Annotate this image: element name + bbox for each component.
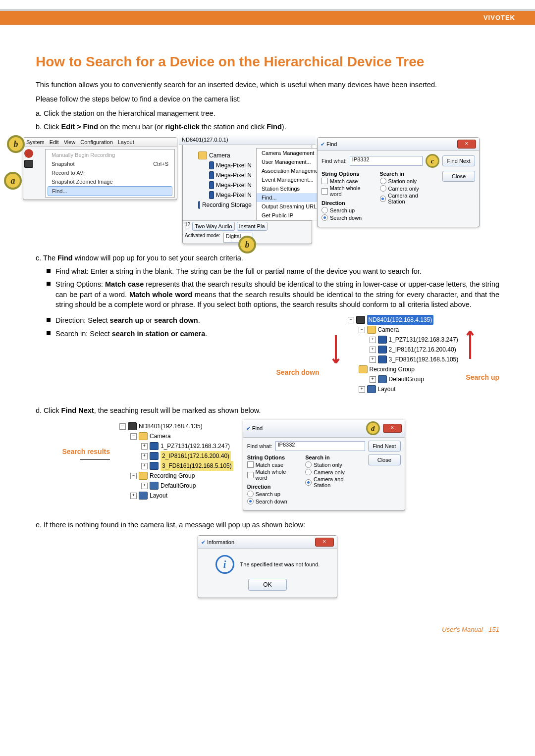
intro-text: This function allows you to conveniently… (36, 80, 499, 90)
search-up-radio[interactable] (247, 491, 254, 497)
information-popup: ✔ Information ✕ i The specified text was… (198, 535, 337, 598)
screenshot-row-1: b a System Edit View Configuration Layou… (16, 137, 499, 244)
close-icon[interactable]: ✕ (457, 140, 476, 149)
arrow-up-icon (466, 324, 475, 359)
page-footer: User's Manual - 151 (0, 611, 535, 653)
menu-layout[interactable]: Layout (118, 139, 134, 145)
search-results-label: Search results (62, 448, 110, 455)
screenshot-row-2: Search results −ND8401(192.168.4.135) −C… (36, 419, 499, 511)
menu-configuration[interactable]: Configuration (80, 139, 112, 145)
badge-c-icon: c (426, 154, 439, 168)
bullet-search-in: Search in: Select search in station or c… (55, 329, 207, 339)
step-c: c. The Find window will pop up for you t… (36, 253, 499, 263)
search-down-radio[interactable] (321, 214, 328, 221)
bullet-string-opts: String Options: Match case represents th… (55, 279, 499, 309)
monitor-icon[interactable] (24, 160, 33, 168)
badge-b2-icon: b (238, 236, 256, 253)
edit-item-begin[interactable]: Manually Begin Recording (48, 151, 172, 159)
camera-only-radio[interactable] (380, 185, 386, 192)
device-tree-2: −ND8401(192.168.4.135) −Camera +1_PZ7131… (115, 419, 238, 503)
search-up-radio[interactable] (321, 207, 328, 213)
brand-bar: VIVOTEK (0, 11, 535, 25)
close-icon[interactable]: ✕ (315, 538, 334, 547)
match-whole-checkbox[interactable] (321, 188, 328, 195)
search-down-radio[interactable] (247, 498, 254, 504)
bullet-direction: Direction: Select search up or search do… (55, 315, 200, 325)
info-message: The specified text was not found. (240, 561, 320, 567)
find-next-button[interactable]: Find Next (442, 155, 475, 166)
find-what-input[interactable]: IP8332 (275, 441, 365, 451)
step-e: e. If there is nothing found in the came… (36, 520, 499, 530)
edit-menu-panel: System Edit View Configuration Layout Ma… (23, 137, 177, 200)
find-what-label: Find what: (321, 158, 347, 164)
context-menu-panel: ND8401(127.0.0.1) Camera Mega-Pixel N Me… (182, 137, 312, 244)
match-case-checkbox[interactable] (247, 461, 254, 468)
menubar[interactable]: System Edit View Configuration Layout (23, 138, 177, 147)
edit-item-record-avi[interactable]: Record to AVI (48, 168, 172, 177)
search-down-label: Search down (276, 368, 319, 376)
match-whole-checkbox[interactable] (247, 472, 254, 478)
direction-hd: Direction (321, 200, 373, 206)
follow-text: Please follow the steps below to find a … (36, 94, 499, 104)
arrow-down-icon (331, 335, 340, 370)
page-title: How to Search for a Device on the Hierar… (36, 54, 499, 70)
edit-item-find[interactable]: Find... (48, 186, 172, 196)
bullet-find-what: Find what: Enter a string in the blank. … (55, 266, 422, 276)
step-d: d. Click Find Next, the seaching result … (36, 405, 499, 416)
power-icon[interactable] (24, 149, 33, 158)
badge-d-icon: d (366, 421, 380, 435)
ok-button[interactable]: OK (248, 579, 287, 591)
close-button[interactable]: Close (368, 454, 401, 465)
close-icon[interactable]: ✕ (383, 424, 402, 433)
station-only-radio[interactable] (305, 461, 312, 468)
edit-item-snapshot-zoom[interactable]: Snapshot Zoomed Image (48, 177, 172, 186)
find-dialog-c: ✔ Find ✕ Find what: IP8332 c Find Next S… (317, 137, 480, 227)
info-icon: i (215, 555, 234, 574)
menu-edit[interactable]: Edit (50, 139, 59, 145)
search-up-label: Search up (466, 373, 499, 381)
find-what-input[interactable]: IP8332 (350, 156, 423, 166)
edit-dropdown: Manually Begin Recording SnapshotCtrl+S … (45, 149, 175, 198)
edit-item-snapshot[interactable]: SnapshotCtrl+S (48, 159, 172, 168)
menu-system[interactable]: System (26, 139, 45, 145)
badge-a-icon: a (4, 172, 22, 190)
station-only-radio[interactable] (380, 178, 386, 184)
close-button[interactable]: Close (442, 171, 475, 182)
step-b: b. Click Edit > Find on the menu bar (or… (36, 122, 499, 132)
step-a: a. Click the station on the hierarchical… (36, 108, 499, 119)
find-next-button[interactable]: Find Next (368, 441, 401, 452)
camera-station-radio[interactable] (380, 196, 386, 202)
match-case-checkbox[interactable] (321, 178, 328, 184)
camera-only-radio[interactable] (305, 469, 312, 475)
menu-view[interactable]: View (64, 139, 76, 145)
search-in-hd: Search in (380, 171, 436, 177)
string-options-hd: String Options (321, 171, 373, 177)
badge-b-icon: b (7, 135, 25, 153)
find-dialog-d: ✔ Find d ✕ Find what: IP8332 Find Next S… (243, 419, 405, 511)
camera-station-radio[interactable] (305, 479, 312, 486)
device-tree-1: −ND8401(192.168.4.135) −Camera +1_PZ7131… (343, 312, 463, 397)
